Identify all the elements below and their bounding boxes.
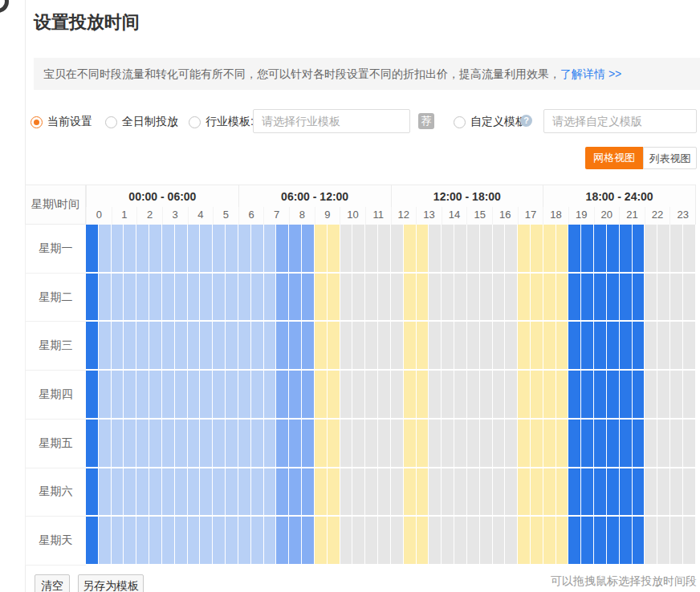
schedule-cell[interactable] xyxy=(188,371,201,420)
schedule-cell[interactable] xyxy=(657,371,670,420)
day-label[interactable]: 星期二 xyxy=(25,274,86,322)
schedule-cell[interactable] xyxy=(480,517,493,566)
schedule-cell[interactable] xyxy=(238,322,251,371)
schedule-cell[interactable] xyxy=(276,420,289,468)
schedule-cell[interactable] xyxy=(633,322,645,371)
schedule-cell[interactable] xyxy=(136,225,149,274)
schedule-cell[interactable] xyxy=(454,517,467,566)
schedule-cell[interactable] xyxy=(467,517,480,566)
schedule-cell[interactable] xyxy=(328,322,340,371)
schedule-cell[interactable] xyxy=(340,322,353,371)
schedule-cell[interactable] xyxy=(429,322,442,371)
schedule-cell[interactable] xyxy=(149,274,162,322)
schedule-cell[interactable] xyxy=(480,322,493,371)
schedule-cell[interactable] xyxy=(124,420,136,468)
schedule-cell[interactable] xyxy=(238,371,251,420)
schedule-cell[interactable] xyxy=(480,274,493,322)
schedule-cell[interactable] xyxy=(251,468,264,517)
schedule-cell[interactable] xyxy=(175,420,188,468)
schedule-cell[interactable] xyxy=(645,420,657,468)
schedule-cell[interactable] xyxy=(493,420,506,468)
schedule-cell[interactable] xyxy=(391,225,404,274)
schedule-cell[interactable] xyxy=(543,371,556,420)
schedule-cell[interactable] xyxy=(404,371,417,420)
hour-header[interactable]: 10 xyxy=(340,207,365,225)
schedule-cell[interactable] xyxy=(352,274,365,322)
schedule-cell[interactable] xyxy=(328,420,340,468)
schedule-cell[interactable] xyxy=(568,468,581,517)
schedule-cell[interactable] xyxy=(112,517,124,566)
schedule-cell[interactable] xyxy=(315,322,328,371)
schedule-cell[interactable] xyxy=(136,322,149,371)
schedule-cell[interactable] xyxy=(493,225,506,274)
schedule-cell[interactable] xyxy=(657,274,670,322)
schedule-cell[interactable] xyxy=(556,371,569,420)
schedule-cell[interactable] xyxy=(404,420,417,468)
schedule-cell[interactable] xyxy=(531,420,543,468)
schedule-cell[interactable] xyxy=(238,517,251,566)
schedule-cell[interactable] xyxy=(188,274,201,322)
schedule-cell[interactable] xyxy=(531,468,543,517)
schedule-cell[interactable] xyxy=(620,322,633,371)
schedule-cell[interactable] xyxy=(251,371,264,420)
schedule-cell[interactable] xyxy=(175,517,188,566)
schedule-cell[interactable] xyxy=(340,274,353,322)
schedule-cell[interactable] xyxy=(607,468,620,517)
schedule-cell[interactable] xyxy=(352,517,365,566)
schedule-cell[interactable] xyxy=(633,225,645,274)
hour-header[interactable]: 6 xyxy=(238,207,264,225)
hour-header[interactable]: 15 xyxy=(466,207,492,225)
schedule-cell[interactable] xyxy=(683,420,696,468)
schedule-cell[interactable] xyxy=(607,274,620,322)
save-as-template-button[interactable]: 另存为模板 xyxy=(78,574,144,592)
schedule-cell[interactable] xyxy=(340,371,353,420)
schedule-cell[interactable] xyxy=(188,420,201,468)
schedule-cell[interactable] xyxy=(581,468,594,517)
schedule-cell[interactable] xyxy=(378,517,391,566)
schedule-cell[interactable] xyxy=(112,420,124,468)
radio-custom-template[interactable]: 自定义模板: xyxy=(454,109,530,135)
schedule-cell[interactable] xyxy=(328,274,340,322)
schedule-cell[interactable] xyxy=(149,371,162,420)
schedule-cell[interactable] xyxy=(467,371,480,420)
schedule-cell[interactable] xyxy=(99,420,112,468)
schedule-cell[interactable] xyxy=(594,225,607,274)
schedule-cell[interactable] xyxy=(352,322,365,371)
schedule-cell[interactable] xyxy=(226,274,238,322)
schedule-cell[interactable] xyxy=(594,371,607,420)
schedule-cell[interactable] xyxy=(200,420,213,468)
schedule-cell[interactable] xyxy=(594,274,607,322)
schedule-cell[interactable] xyxy=(289,274,302,322)
schedule-cell[interactable] xyxy=(556,322,569,371)
schedule-cell[interactable] xyxy=(112,468,124,517)
schedule-cell[interactable] xyxy=(124,517,136,566)
schedule-cell[interactable] xyxy=(620,517,633,566)
help-icon[interactable]: ? xyxy=(520,115,532,127)
schedule-cell[interactable] xyxy=(518,420,531,468)
schedule-cell[interactable] xyxy=(543,517,556,566)
schedule-cell[interactable] xyxy=(633,371,645,420)
hour-header[interactable]: 7 xyxy=(263,207,289,225)
schedule-cell[interactable] xyxy=(365,371,378,420)
schedule-cell[interactable] xyxy=(99,517,112,566)
schedule-cell[interactable] xyxy=(531,225,543,274)
schedule-cell[interactable] xyxy=(175,225,188,274)
schedule-cell[interactable] xyxy=(213,322,226,371)
schedule-cell[interactable] xyxy=(404,225,417,274)
schedule-cell[interactable] xyxy=(112,322,124,371)
schedule-cell[interactable] xyxy=(404,274,417,322)
hour-header[interactable]: 22 xyxy=(645,207,670,225)
hour-header[interactable]: 11 xyxy=(365,207,391,225)
industry-template-select[interactable]: 请选择行业模板 xyxy=(253,109,410,133)
schedule-cell[interactable] xyxy=(417,274,429,322)
schedule-cell[interactable] xyxy=(162,420,175,468)
schedule-cell[interactable] xyxy=(556,468,569,517)
schedule-cell[interactable] xyxy=(645,517,657,566)
schedule-cell[interactable] xyxy=(86,274,99,322)
schedule-cell[interactable] xyxy=(352,420,365,468)
schedule-cell[interactable] xyxy=(442,225,454,274)
schedule-cell[interactable] xyxy=(518,371,531,420)
hour-header[interactable]: 21 xyxy=(619,207,645,225)
custom-template-select[interactable]: 请选择自定义模版 xyxy=(543,109,697,133)
schedule-cell[interactable] xyxy=(200,517,213,566)
